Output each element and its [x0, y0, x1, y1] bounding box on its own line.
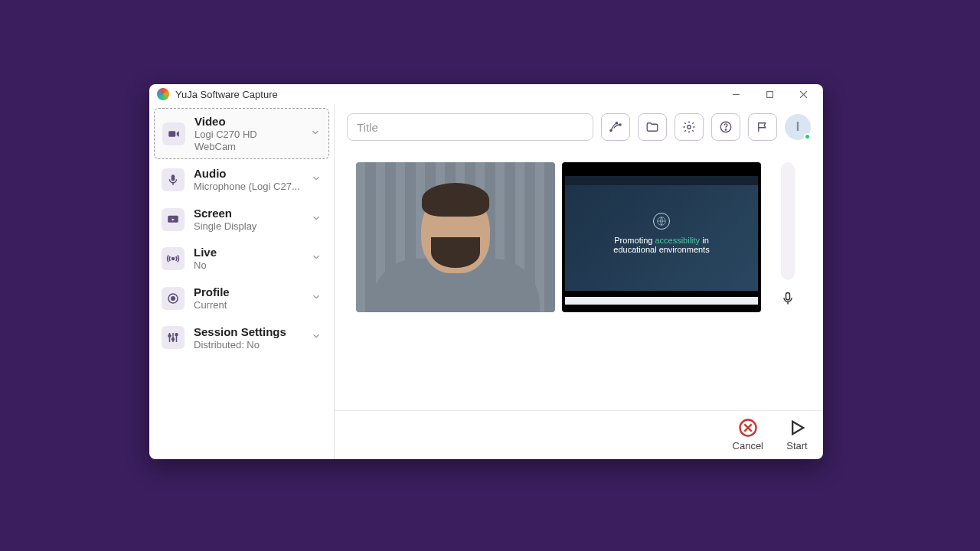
main: I [335, 104, 823, 459]
chevron-down-icon [311, 331, 322, 344]
mic-level-panel [776, 162, 800, 312]
camera-preview[interactable] [356, 162, 555, 312]
library-button[interactable] [638, 113, 667, 141]
close-icon [799, 90, 808, 99]
sidebar-item-profile[interactable]: Profile Current [154, 279, 329, 318]
screen-preview-line1: Promoting accessibility in [614, 236, 709, 245]
minimize-button[interactable] [719, 85, 753, 103]
app-window: YuJa Software Capture Video Logi C270 HD… [149, 84, 823, 459]
folder-icon [645, 120, 659, 134]
play-icon [786, 417, 808, 439]
sidebar-item-sub: Single Display [194, 220, 302, 233]
help-icon [719, 120, 733, 134]
svg-point-15 [168, 335, 171, 337]
annotate-icon [609, 120, 622, 134]
start-label: Start [786, 440, 807, 452]
cancel-icon [737, 417, 759, 439]
cancel-label: Cancel [733, 440, 763, 452]
annotate-button[interactable] [601, 113, 630, 141]
topbar: I [335, 104, 823, 148]
sidebar-item-sub: Microphone (Logi C27... [194, 181, 302, 193]
sidebar-item-screen[interactable]: Screen Single Display [154, 201, 329, 239]
svg-rect-1 [766, 91, 773, 97]
sidebar-item-label: Live [194, 246, 302, 259]
sidebar-item-label: Screen [194, 207, 302, 220]
svg-point-16 [172, 338, 175, 341]
microphone-icon [162, 168, 185, 191]
mic-level-meter [781, 162, 795, 280]
start-button[interactable]: Start [786, 417, 808, 452]
chevron-down-icon [311, 252, 322, 266]
sidebar-item-sub: No [194, 259, 302, 272]
sidebar-item-label: Audio [194, 167, 302, 181]
settings-button[interactable] [675, 113, 704, 141]
svg-point-18 [610, 129, 612, 131]
svg-marker-30 [792, 422, 803, 434]
sidebar-item-sub: Distributed: No [194, 339, 302, 351]
flag-button[interactable] [748, 113, 777, 141]
preview-row: Promoting accessibility in educational e… [335, 148, 823, 410]
chevron-down-icon [311, 292, 322, 305]
flag-icon [756, 120, 769, 134]
sliders-icon [162, 326, 185, 349]
sidebar: Video Logi C270 HD WebCam Audio Micropho… [149, 104, 335, 459]
sidebar-item-video[interactable]: Video Logi C270 HD WebCam [154, 108, 329, 159]
camera-icon [162, 122, 185, 145]
footer: Cancel Start [335, 410, 823, 459]
svg-point-20 [619, 124, 621, 126]
maximize-button[interactable] [753, 85, 786, 103]
window-title: YuJa Software Capture [175, 89, 719, 100]
sidebar-item-audio[interactable]: Audio Microphone (Logi C27... [154, 161, 329, 199]
maximize-icon [766, 90, 774, 99]
status-dot-online [804, 133, 811, 140]
avatar-initial: I [796, 120, 799, 134]
broadcast-icon [162, 247, 185, 270]
svg-point-11 [172, 297, 175, 301]
microphone-icon [780, 291, 795, 306]
title-input[interactable] [347, 113, 593, 141]
screen-preview-line2: educational environments [613, 245, 709, 254]
svg-rect-5 [172, 174, 175, 181]
sidebar-item-label: Profile [194, 285, 302, 299]
svg-point-17 [175, 334, 178, 336]
svg-point-19 [616, 122, 617, 124]
titlebar: YuJa Software Capture [149, 84, 823, 104]
chevron-down-icon [311, 173, 322, 187]
app-icon [157, 88, 169, 100]
minimize-icon [732, 90, 740, 99]
sidebar-item-sub: Logi C270 HD WebCam [194, 129, 301, 152]
chevron-down-icon [311, 213, 322, 227]
svg-rect-25 [786, 293, 790, 300]
screen-icon [162, 208, 185, 231]
svg-point-9 [172, 258, 175, 260]
globe-icon [653, 213, 670, 230]
chevron-down-icon [310, 127, 321, 141]
gear-icon [682, 120, 696, 134]
svg-point-21 [688, 126, 691, 129]
close-button[interactable] [786, 85, 820, 103]
avatar[interactable]: I [785, 114, 811, 140]
mic-toggle-button[interactable] [776, 285, 800, 312]
cancel-button[interactable]: Cancel [733, 417, 763, 452]
sidebar-item-label: Session Settings [194, 325, 302, 339]
sidebar-item-session-settings[interactable]: Session Settings Distributed: No [154, 319, 329, 357]
svg-point-23 [725, 129, 726, 130]
sidebar-item-sub: Current [194, 299, 302, 311]
sidebar-item-label: Video [194, 115, 301, 129]
target-icon [162, 287, 185, 310]
help-button[interactable] [711, 113, 740, 141]
screen-preview[interactable]: Promoting accessibility in educational e… [562, 162, 761, 312]
svg-rect-4 [168, 131, 175, 137]
sidebar-item-live[interactable]: Live No [154, 240, 329, 278]
